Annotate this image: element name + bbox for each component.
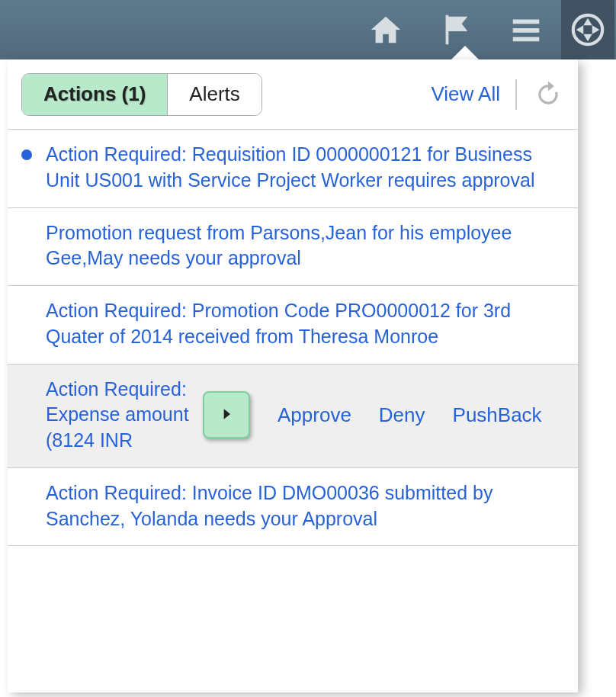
notification-link[interactable]: Action Required: Promotion Code PRO00000… [46, 298, 564, 350]
flag-icon[interactable] [421, 0, 491, 59]
list-item[interactable]: Action Required: Requisition ID 00000001… [8, 130, 578, 208]
panel-header: Actions (1) Alerts View All [8, 59, 578, 130]
tab-actions[interactable]: Actions (1) [22, 74, 168, 115]
chevron-right-icon [219, 403, 234, 427]
notification-link[interactable]: Action Required: Requisition ID 00000001… [46, 142, 564, 194]
list-item[interactable]: Action Required: Promotion Code PRO00000… [8, 286, 578, 365]
view-all-link[interactable]: View All [431, 82, 500, 106]
menu-icon[interactable] [491, 0, 561, 59]
tab-alerts[interactable]: Alerts [168, 74, 261, 115]
tab-group: Actions (1) Alerts [21, 73, 262, 116]
navpad-icon[interactable] [561, 0, 614, 59]
home-icon[interactable] [351, 0, 421, 59]
refresh-icon[interactable] [532, 79, 564, 111]
notifications-panel: Actions (1) Alerts View All Action Requi… [8, 59, 578, 692]
notification-link[interactable]: Action Required: Invoice ID DMO00036 sub… [46, 480, 564, 532]
approve-button[interactable]: Approve [278, 403, 351, 427]
list-item[interactable]: Action Required: Invoice ID DMO00036 sub… [8, 468, 578, 547]
row-actions: Approve Deny PushBack [278, 403, 542, 427]
notification-link[interactable]: Action Required: Expense amount (8124 IN… [46, 377, 198, 454]
list-item[interactable]: Action Required: Expense amount (8124 IN… [8, 365, 578, 468]
expand-button[interactable] [203, 391, 250, 438]
list-item[interactable]: Promotion request from Parsons,Jean for … [8, 208, 578, 287]
notification-link[interactable]: Promotion request from Parsons,Jean for … [46, 220, 564, 272]
unread-dot-icon [21, 149, 32, 160]
pushback-button[interactable]: PushBack [453, 403, 542, 427]
divider [515, 79, 517, 110]
deny-button[interactable]: Deny [379, 403, 425, 427]
top-nav-bar [0, 0, 616, 59]
